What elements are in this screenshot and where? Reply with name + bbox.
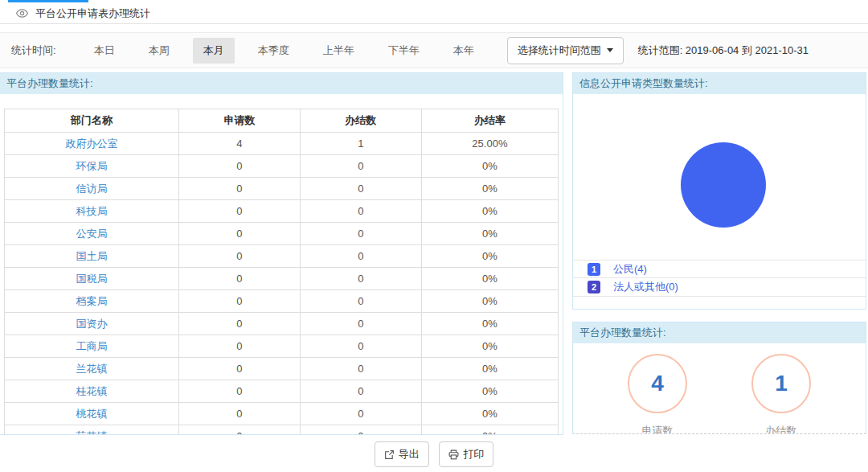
table-cell: 0% (421, 358, 558, 380)
department-stats-title: 平台办理数量统计: (0, 73, 563, 94)
table-header-cell: 申请数 (179, 109, 301, 133)
filter-label: 统计时间: (11, 43, 56, 58)
dept-link[interactable]: 菊花镇 (5, 425, 179, 436)
time-filter-option[interactable]: 上半年 (313, 38, 365, 64)
dept-link[interactable]: 桂花镇 (5, 380, 179, 403)
print-button[interactable]: 打印 (439, 441, 493, 467)
print-icon (448, 449, 459, 460)
stat-item: 1办结数 (751, 354, 811, 434)
dept-link[interactable]: 国资办 (5, 313, 179, 335)
stat-label: 申请数 (642, 424, 674, 434)
time-range-dropdown-label: 选择统计时间范围 (518, 43, 601, 58)
table-cell: 1 (300, 133, 421, 155)
table-header-row: 部门名称申请数办结数办结率 (5, 109, 559, 133)
table-cell: 0 (300, 268, 421, 290)
time-filter-option[interactable]: 本月 (193, 38, 235, 64)
table-cell: 0 (179, 403, 301, 425)
stat-circle: 4 (628, 354, 687, 413)
time-filter-option[interactable]: 本年 (443, 38, 485, 64)
export-button-label: 导出 (399, 447, 420, 462)
dept-link[interactable]: 科技局 (5, 200, 179, 223)
print-button-label: 打印 (463, 447, 484, 462)
time-filter-option[interactable]: 本周 (138, 38, 180, 64)
table-cell: 0% (421, 425, 558, 436)
table-row: 环保局000% (5, 155, 559, 178)
dept-link[interactable]: 公安局 (5, 223, 179, 245)
page: 平台公开申请表办理统计 统计时间: 本日本周本月本季度上半年下半年本年 选择统计… (0, 0, 868, 472)
table-cell: 0 (300, 200, 421, 223)
time-range-dropdown[interactable]: 选择统计时间范围 (507, 37, 624, 64)
tab-platform-stats[interactable]: 平台公开申请表办理统计 (7, 2, 162, 24)
dept-link[interactable]: 档案局 (5, 290, 179, 313)
table-cell: 0% (421, 313, 558, 335)
table-cell: 0 (300, 223, 421, 245)
table-cell: 0 (179, 335, 301, 358)
table-cell: 0 (300, 335, 421, 358)
department-stats-panel: 平台办理数量统计: 部门名称申请数办结数办结率 政府办公室4125.00%环保局… (0, 72, 563, 435)
table-cell: 0 (179, 200, 301, 223)
table-header-cell: 部门名称 (5, 109, 179, 133)
chevron-down-icon (607, 48, 613, 52)
table-cell: 0% (421, 245, 558, 268)
dept-link[interactable]: 国税局 (5, 268, 179, 290)
table-cell: 0% (421, 178, 558, 200)
main-content: 平台办理数量统计: 部门名称申请数办结数办结率 政府办公室4125.00%环保局… (0, 68, 868, 435)
dept-link[interactable]: 政府办公室 (5, 133, 179, 155)
table-header-cell: 办结率 (421, 109, 558, 133)
tab-bar: 平台公开申请表办理统计 (0, 0, 868, 24)
eye-icon (16, 9, 28, 18)
table-cell: 0 (179, 290, 301, 313)
dept-link[interactable]: 国土局 (5, 245, 179, 268)
table-row: 工商局000% (5, 335, 559, 358)
request-type-stats-panel: 信息公开申请类型数量统计: 1公民(4)2法人或其他(0) (572, 72, 866, 310)
table-row: 档案局000% (5, 290, 559, 313)
time-filter-option[interactable]: 本日 (84, 38, 125, 64)
table-row: 国税局000% (5, 268, 559, 290)
table-row: 科技局000% (5, 200, 559, 223)
department-table: 部门名称申请数办结数办结率 政府办公室4125.00%环保局000%信访局000… (4, 109, 559, 435)
dept-link[interactable]: 工商局 (5, 335, 179, 358)
table-cell: 0 (300, 358, 421, 380)
filter-bar: 统计时间: 本日本周本月本季度上半年下半年本年 选择统计时间范围 统计范围: 2… (0, 32, 868, 68)
dept-link[interactable]: 桃花镇 (5, 403, 179, 425)
table-cell: 0% (421, 290, 558, 313)
table-cell: 0 (300, 380, 421, 403)
stat-range-label: 统计范围: 2019-06-04 到 2021-10-31 (638, 43, 809, 58)
time-filter-option[interactable]: 本季度 (248, 38, 300, 64)
legend-item[interactable]: 2法人或其他(0) (573, 278, 866, 297)
dept-link[interactable]: 兰花镇 (5, 358, 179, 380)
table-cell: 0 (179, 245, 301, 268)
table-row: 兰花镇000% (5, 358, 559, 380)
table-cell: 0 (179, 313, 301, 335)
stat-value: 1 (775, 371, 788, 396)
export-button[interactable]: 导出 (375, 441, 429, 467)
legend-label: 公民(4) (613, 262, 647, 277)
table-cell: 0 (179, 155, 301, 178)
table-cell: 0% (421, 403, 558, 425)
table-cell: 0 (300, 245, 421, 268)
dept-link[interactable]: 信访局 (5, 178, 179, 200)
request-type-stats-title: 信息公开申请类型数量统计: (573, 73, 866, 94)
table-cell: 0 (179, 358, 301, 380)
dept-link[interactable]: 环保局 (5, 155, 179, 178)
time-filter-option[interactable]: 下半年 (378, 38, 430, 64)
legend-badge: 2 (588, 281, 600, 293)
table-cell: 0% (421, 155, 558, 178)
table-row: 信访局000% (5, 178, 559, 200)
pie-chart[interactable] (681, 142, 766, 228)
table-row: 政府办公室4125.00% (5, 133, 559, 155)
stat-label: 办结数 (766, 424, 797, 434)
platform-totals-panel: 平台办理数量统计: 4申请数1办结数 (572, 322, 866, 434)
table-row: 桂花镇000% (5, 380, 559, 403)
platform-totals-title: 平台办理数量统计: (573, 322, 866, 343)
table-row: 公安局000% (5, 223, 559, 245)
legend-badge: 1 (588, 263, 600, 276)
table-cell: 0% (421, 380, 558, 403)
legend-item[interactable]: 1公民(4) (573, 260, 866, 278)
table-cell: 0 (300, 403, 421, 425)
table-row: 国土局000% (5, 245, 559, 268)
table-cell: 0 (300, 313, 421, 335)
export-icon (384, 449, 395, 460)
stat-item: 4申请数 (628, 354, 687, 434)
table-cell: 4 (179, 133, 301, 155)
